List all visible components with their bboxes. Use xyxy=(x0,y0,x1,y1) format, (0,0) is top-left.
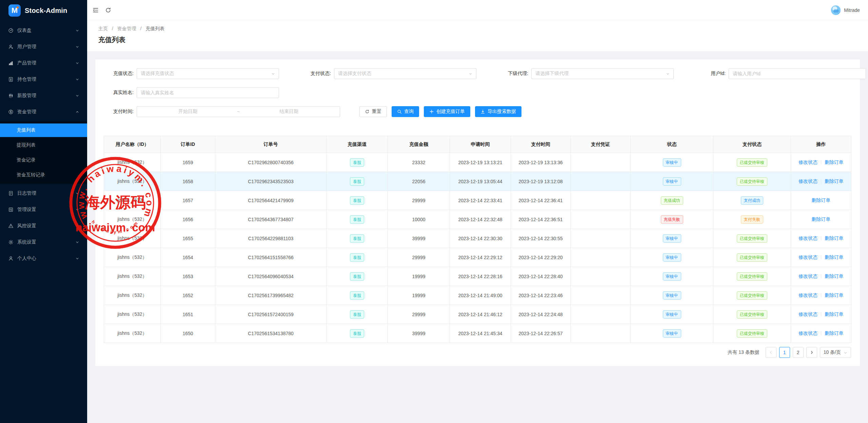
page-button-1[interactable]: 1 xyxy=(779,347,790,358)
pay-status-tag: 已提交待审核 xyxy=(737,253,767,262)
pay-status-tag: 已提交待审核 xyxy=(737,291,767,300)
delete-order-link[interactable]: 删除订单 xyxy=(825,292,844,298)
delete-order-link[interactable]: 删除订单 xyxy=(825,178,844,184)
cell-apply-time: 2023-12-19 13:05:44 xyxy=(450,172,511,191)
export-button[interactable]: 导出搜索数据 xyxy=(475,106,521,117)
cell-user-name: jishns（532） xyxy=(104,324,161,343)
cell-apply-time: 2023-12-14 21:45:34 xyxy=(450,324,511,343)
create-order-button[interactable]: 创建充值订单 xyxy=(424,106,470,117)
reset-button[interactable]: 重置 xyxy=(359,106,387,117)
filter-form: 充值状态: 请选择充值状态 支付状态: 请选择支付状态 xyxy=(104,68,851,117)
column-header: 支付状态 xyxy=(713,136,791,153)
edit-status-link[interactable]: 修改状态 xyxy=(798,235,817,241)
edit-status-link[interactable]: 修改状态 xyxy=(798,254,817,260)
sidebar-item-positions[interactable]: 持仓管理 xyxy=(0,73,87,86)
edit-status-link[interactable]: 修改状态 xyxy=(798,159,817,165)
channel-tag: 泰股 xyxy=(350,329,364,338)
table-row: jishns（532）1652C1702561739965482泰股199992… xyxy=(104,286,851,305)
cell-actions: 修改状态删除订单 xyxy=(791,172,851,191)
action-divider xyxy=(821,312,821,316)
cell-user-name: jishns（532） xyxy=(104,191,161,210)
sidebar-subitem-withdraw-list[interactable]: 提现列表 xyxy=(0,138,87,152)
sidebar-subitem-recharge-list[interactable]: 充值列表 xyxy=(0,123,87,137)
prev-page-button[interactable] xyxy=(766,347,776,358)
page-button-2[interactable]: 2 xyxy=(793,347,804,358)
delete-order-link[interactable]: 删除订单 xyxy=(825,254,844,260)
sidebar-item-profile[interactable]: 个人中心 xyxy=(0,252,87,265)
cell-pay-status: 支付成功 xyxy=(713,191,791,210)
delete-order-link[interactable]: 删除订单 xyxy=(812,216,831,222)
status-tag: 审核中 xyxy=(663,291,681,300)
breadcrumb-home[interactable]: 主页 xyxy=(98,26,108,31)
cell-voucher xyxy=(571,210,631,229)
edit-status-link[interactable]: 修改状态 xyxy=(798,330,817,336)
sidebar-item-new-stock[interactable]: 新股管理 xyxy=(0,89,87,102)
cell-user-name: jishns（532） xyxy=(104,153,161,172)
sidebar-item-funds[interactable]: 资金管理 xyxy=(0,105,87,119)
pay-time-range-picker[interactable]: 开始日期 ~ 结束日期 xyxy=(137,106,340,117)
delete-order-link[interactable]: 删除订单 xyxy=(825,330,844,336)
cell-status: 审核中 xyxy=(631,248,713,267)
table-header-row: 用户名称（ID）订单ID订单号充值渠道充值金额申请时间支付时间支付凭证状态支付状… xyxy=(104,136,851,153)
breadcrumb-current: 充值列表 xyxy=(145,26,164,31)
delete-order-link[interactable]: 删除订单 xyxy=(825,235,844,241)
recharge-table: 用户名称（ID）订单ID订单号充值渠道充值金额申请时间支付时间支付凭证状态支付状… xyxy=(104,136,851,343)
sidebar-subitem-fund-records[interactable]: 资金记录 xyxy=(0,153,87,167)
column-header: 支付凭证 xyxy=(571,136,631,153)
sidebar-subitem-label: 资金互转记录 xyxy=(17,172,45,178)
cell-voucher xyxy=(571,229,631,248)
table-row: jishns（532）1654C1702564151558766泰股299992… xyxy=(104,248,851,267)
cell-voucher xyxy=(571,153,631,172)
delete-order-link[interactable]: 删除订单 xyxy=(812,197,831,203)
cell-pay-time: 2023-12-14 22:28:40 xyxy=(511,267,571,286)
brand: M Stock-Admin xyxy=(0,0,87,21)
menu-fold-icon[interactable] xyxy=(93,7,99,13)
sidebar-item-logs[interactable]: 日志管理 xyxy=(0,187,87,200)
action-divider xyxy=(821,331,821,335)
cell-pay-time: 2023-12-14 22:36:51 xyxy=(511,210,571,229)
sidebar-item-products[interactable]: 产品管理 xyxy=(0,56,87,70)
cell-actions: 修改状态删除订单 xyxy=(791,153,851,172)
status-tag: 审核中 xyxy=(663,310,681,319)
avatar[interactable] xyxy=(831,5,841,15)
pay-status-select[interactable]: 请选择支付状态 xyxy=(334,68,476,79)
cell-channel: 泰股 xyxy=(327,153,388,172)
sidebar-item-users[interactable]: 用户管理 xyxy=(0,40,87,54)
page-size-select[interactable]: 10 条/页 xyxy=(820,347,851,358)
column-header: 充值渠道 xyxy=(327,136,388,153)
edit-status-link[interactable]: 修改状态 xyxy=(798,178,817,184)
cell-amount: 29999 xyxy=(388,191,450,210)
delete-order-link[interactable]: 删除订单 xyxy=(825,159,844,165)
real-name-input[interactable] xyxy=(137,87,279,98)
edit-status-link[interactable]: 修改状态 xyxy=(798,292,817,298)
cell-pay-time: 2023-12-14 22:26:57 xyxy=(511,324,571,343)
plus-icon xyxy=(429,109,434,114)
cell-order-id: 1659 xyxy=(161,153,215,172)
user-id-input[interactable] xyxy=(729,68,866,79)
sidebar-item-admin-setting[interactable]: 管理设置 xyxy=(0,203,87,216)
sidebar-item-dashboard[interactable]: 仪表盘 xyxy=(0,24,87,37)
cell-actions: 修改状态删除订单 xyxy=(791,248,851,267)
delete-order-link[interactable]: 删除订单 xyxy=(825,311,844,317)
edit-status-link[interactable]: 修改状态 xyxy=(798,311,817,317)
column-header: 操作 xyxy=(791,136,851,153)
reload-icon[interactable] xyxy=(105,7,111,13)
sub-agent-label: 下级代理: xyxy=(498,71,528,77)
next-page-button[interactable] xyxy=(806,347,817,358)
sidebar-subitem-fund-transfer[interactable]: 资金互转记录 xyxy=(0,168,87,182)
channel-tag: 泰股 xyxy=(350,234,364,243)
search-button[interactable]: 查询 xyxy=(392,106,419,117)
cell-apply-time: 2023-12-14 22:29:12 xyxy=(450,248,511,267)
delete-order-link[interactable]: 删除订单 xyxy=(825,273,844,279)
recharge-status-select[interactable]: 请选择充值状态 xyxy=(137,68,279,79)
sidebar-item-system-setting[interactable]: 系统设置 xyxy=(0,235,87,249)
edit-status-link[interactable]: 修改状态 xyxy=(798,273,817,279)
sidebar-item-label: 日志管理 xyxy=(17,190,76,196)
breadcrumb-funds[interactable]: 资金管理 xyxy=(117,26,136,31)
cell-order-no: C1702564367734807 xyxy=(215,210,327,229)
sub-agent-select[interactable]: 请选择下级代理 xyxy=(531,68,674,79)
user-menu[interactable]: Mitrade xyxy=(831,5,860,15)
cell-amount: 23332 xyxy=(388,153,450,172)
sub-agent-placeholder: 请选择下级代理 xyxy=(535,71,569,77)
sidebar-item-risk-setting[interactable]: 风控设置 xyxy=(0,219,87,233)
